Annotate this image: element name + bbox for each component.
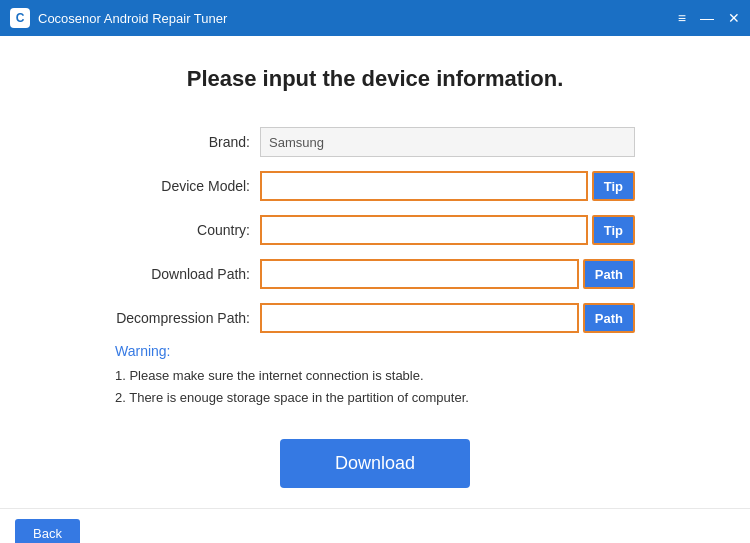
brand-row: Brand: [115,127,635,157]
app-logo: C [10,8,30,28]
country-tip-button[interactable]: Tip [592,215,635,245]
window-controls: ≡ — ✕ [678,11,740,25]
title-bar: C Cocosenor Android Repair Tuner ≡ — ✕ [0,0,750,36]
device-model-tip-button[interactable]: Tip [592,171,635,201]
bottom-bar: Back [0,508,750,543]
app-title: Cocosenor Android Repair Tuner [38,11,678,26]
download-path-row: Download Path: Path [115,259,635,289]
menu-icon[interactable]: ≡ [678,11,686,25]
country-label: Country: [115,222,260,238]
decompression-path-row: Decompression Path: Path [115,303,635,333]
decompression-path-label: Decompression Path: [115,310,260,326]
back-button[interactable]: Back [15,519,80,543]
download-button-container: Download [280,439,470,488]
decompression-path-input[interactable] [260,303,579,333]
warning-item-1: 1. Please make sure the internet connect… [115,365,635,387]
country-input[interactable] [260,215,588,245]
warning-title: Warning: [115,343,635,359]
device-info-form: Brand: Device Model: Tip Country: Tip Do… [115,127,635,333]
minimize-icon[interactable]: — [700,11,714,25]
warning-item-2: 2. There is enouge storage space in the … [115,387,635,409]
warning-section: Warning: 1. Please make sure the interne… [115,343,635,409]
close-icon[interactable]: ✕ [728,11,740,25]
download-path-button[interactable]: Path [583,259,635,289]
brand-label: Brand: [115,134,260,150]
country-row: Country: Tip [115,215,635,245]
device-model-row: Device Model: Tip [115,171,635,201]
download-button[interactable]: Download [280,439,470,488]
brand-input[interactable] [260,127,635,157]
main-content: Please input the device information. Bra… [0,36,750,508]
decompression-path-button[interactable]: Path [583,303,635,333]
device-model-label: Device Model: [115,178,260,194]
download-path-input[interactable] [260,259,579,289]
device-model-input[interactable] [260,171,588,201]
page-title: Please input the device information. [187,66,564,92]
download-path-label: Download Path: [115,266,260,282]
